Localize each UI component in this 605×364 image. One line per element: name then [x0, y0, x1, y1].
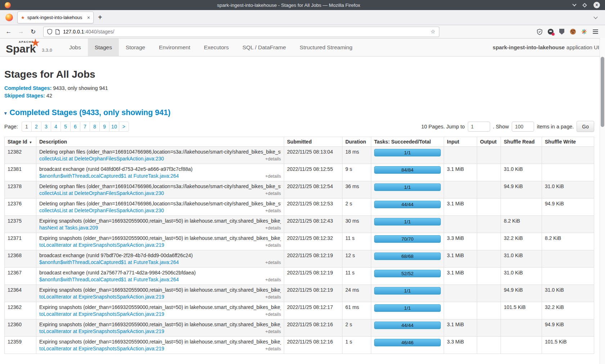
new-tab-button[interactable]: + [98, 13, 102, 22]
stage-call-site-link[interactable]: toLocalIterator at ExpireSnapshotsSparkA… [39, 242, 164, 248]
chevron-down-icon [593, 15, 597, 19]
url-bar[interactable]: 127.0.0.1:4040/stages/ ☆ [43, 27, 439, 37]
page-button-8[interactable]: 8 [90, 122, 100, 132]
shield-check-extension-icon[interactable] [536, 28, 543, 35]
page-button-4[interactable]: 4 [51, 122, 61, 132]
details-toggle[interactable]: +details [265, 156, 281, 161]
details-toggle[interactable]: +details [265, 277, 281, 282]
asterisk-extension-icon[interactable] [581, 28, 587, 35]
shuffle-read-cell: 101.5 KiB [501, 302, 542, 319]
input-cell [444, 216, 477, 233]
forward-button[interactable]: → [16, 27, 26, 37]
stage-call-site-link[interactable]: toLocalIterator at ExpireSnapshotsSparkA… [39, 328, 164, 334]
cookie-extension-icon[interactable] [570, 28, 576, 35]
stage-id-cell: 12375 [5, 216, 36, 233]
duration-cell: 9 s [342, 164, 371, 181]
duration-cell: 12 s [342, 250, 371, 268]
page-button-5[interactable]: 5 [60, 122, 71, 132]
app-name-label: spark-ingest-into-lakehouse application … [493, 38, 599, 56]
shuffle-write-cell: 94.9 KiB [542, 199, 594, 216]
description-cell: Expiring snapshots (older_than=166932055… [36, 337, 284, 354]
nav-tab-structured-streaming[interactable]: Structured Streaming [293, 38, 359, 56]
stage-id-cell: 12381 [5, 164, 36, 181]
menu-icon[interactable] [592, 28, 599, 35]
tab-close-icon[interactable]: × [87, 15, 90, 20]
details-toggle[interactable]: +details [265, 191, 281, 196]
scrollbar-track[interactable] [600, 38, 605, 364]
stage-call-site-link[interactable]: $anonfun$withThreadLocalCaptured$1 at Fu… [39, 277, 179, 282]
description-detail-line: toLocalIterator at ExpireSnapshotsSparkA… [39, 328, 281, 334]
tasks-cell: 52/52 [371, 268, 444, 285]
details-toggle[interactable]: +details [265, 243, 281, 248]
output-cell [477, 216, 501, 233]
page-button-10[interactable]: 10 [109, 122, 119, 132]
shuffle-read-cell [501, 199, 542, 216]
tasks-cell: 44/44 [371, 319, 444, 337]
stage-id-cell: 12362 [5, 302, 36, 319]
stage-call-site-link[interactable]: collectAsList at DeleteOrphanFilesSparkA… [39, 156, 164, 161]
nav-tab-stages[interactable]: Stages [88, 38, 119, 56]
summary-link[interactable]: Completed Stages: [4, 85, 51, 91]
ublock-extension-icon[interactable] [559, 28, 565, 35]
bookmark-star-icon[interactable]: ☆ [431, 28, 435, 35]
description-text: Expiring snapshots (older_than=166932055… [39, 235, 281, 241]
details-toggle[interactable]: +details [265, 295, 281, 300]
details-toggle[interactable]: +details [265, 329, 281, 334]
shuffle-read-cell: 31.0 KiB [501, 250, 542, 268]
stage-call-site-link[interactable]: $anonfun$withThreadLocalCaptured$1 at Fu… [39, 173, 179, 179]
nav-tab-jobs[interactable]: Jobs [62, 38, 88, 56]
mask-extension-icon[interactable] [547, 28, 554, 35]
stage-call-site-link[interactable]: toLocalIterator at ExpireSnapshotsSparkA… [39, 294, 164, 300]
go-button[interactable]: Go [577, 121, 594, 132]
column-header-submitted: Submitted [284, 137, 342, 147]
details-toggle[interactable]: +details [265, 174, 281, 179]
stage-call-site-link[interactable]: $anonfun$withThreadLocalCaptured$1 at Fu… [39, 259, 179, 265]
duration-cell: 11 s [342, 233, 371, 250]
nav-tab-environment[interactable]: Environment [152, 38, 197, 56]
tab-overflow-button[interactable] [594, 17, 597, 18]
page-button-6[interactable]: 6 [70, 122, 80, 132]
back-button[interactable]: ← [4, 27, 14, 37]
nav-tab-storage[interactable]: Storage [119, 38, 152, 56]
nav-tab-sql-dataframe[interactable]: SQL / DataFrame [236, 38, 293, 56]
details-toggle[interactable]: +details [265, 226, 281, 231]
stage-call-site-link[interactable]: toLocalIterator at ExpireSnapshotsSparkA… [39, 346, 164, 351]
page-button-2[interactable]: 2 [31, 122, 41, 132]
badge [552, 33, 555, 36]
page-button-9[interactable]: 9 [99, 122, 109, 132]
page-button->[interactable]: > [119, 122, 129, 132]
stage-call-site-link[interactable]: collectAsList at DeleteOrphanFilesSparkA… [39, 190, 164, 196]
stage-call-site-link[interactable]: toLocalIterator at ExpireSnapshotsSparkA… [39, 311, 164, 317]
submitted-cell: 2022/11/25 08:12:54 [284, 181, 342, 199]
stage-call-site-link[interactable]: collectAsList at DeleteOrphanFilesSparkA… [39, 208, 164, 213]
nav-tab-executors[interactable]: Executors [197, 38, 236, 56]
jump-to-page-input[interactable] [468, 122, 490, 132]
column-header-stage-id[interactable]: Stage Id▼ [5, 137, 36, 147]
close-icon[interactable]: × [593, 2, 600, 8]
page-button-3[interactable]: 3 [41, 122, 51, 132]
shield-icon[interactable] [47, 29, 52, 35]
description-text: broadcast exchange (runId 2a75677f-a771-… [39, 270, 281, 276]
reload-button[interactable]: ↻ [28, 27, 38, 37]
page-info-icon[interactable] [55, 29, 60, 35]
summary-link[interactable]: Skipped Stages: [4, 93, 45, 99]
items-per-page-input[interactable] [512, 122, 534, 132]
details-toggle[interactable]: +details [265, 208, 281, 213]
stage-id-cell: 12376 [5, 199, 36, 216]
stage-call-site-link[interactable]: hasNext at Tasks.java:209 [39, 225, 98, 231]
minimize-icon[interactable] [572, 2, 576, 6]
completed-stages-section-toggle[interactable]: ▾ Completed Stages (9433, only showing 9… [4, 108, 594, 117]
firefox-view-icon[interactable] [5, 14, 13, 21]
details-toggle[interactable]: +details [265, 346, 281, 351]
details-toggle[interactable]: +details [265, 312, 281, 317]
browser-tab[interactable]: ★ spark-ingest-into-lakehous × [17, 12, 94, 23]
details-toggle[interactable]: +details [265, 260, 281, 265]
table-row: 12364Expiring snapshots (older_than=1669… [5, 285, 594, 302]
spark-logo[interactable]: APACHE Spark ★ 3.3.0 [4, 38, 54, 56]
stage-summary: Completed Stages: 9433, only showing 941… [4, 85, 594, 100]
page-button-1[interactable]: 1 [22, 122, 32, 132]
page-button-7[interactable]: 7 [80, 122, 90, 132]
task-progress-bar: 70/70 [374, 235, 441, 243]
maximize-icon[interactable] [582, 3, 587, 8]
scrollbar-thumb[interactable] [601, 57, 604, 127]
